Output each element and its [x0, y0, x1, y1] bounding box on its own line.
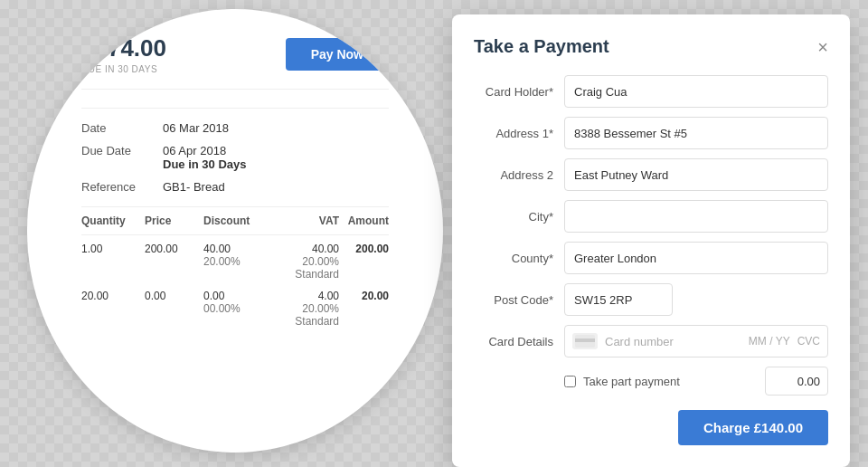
part-payment-amount-input[interactable]	[765, 367, 828, 396]
part-payment-row: Take part payment	[474, 367, 828, 396]
close-button[interactable]: ×	[817, 38, 828, 56]
address1-label: Address 1*	[474, 127, 564, 140]
postcode-input[interactable]	[564, 283, 673, 316]
card-holder-input[interactable]	[564, 75, 828, 108]
city-row: City*	[474, 200, 828, 233]
card-details-row: Card Details Card number MM / YY CVC	[474, 325, 828, 357]
card-holder-row: Card Holder*	[474, 75, 828, 108]
county-input[interactable]	[564, 242, 828, 274]
county-label: County*	[474, 252, 564, 265]
invoice-table-header: Quantity Price Discount VAT Amount	[81, 206, 389, 235]
invoice-header: £274.00 DUE IN 30 DAYS Pay Now	[81, 34, 389, 90]
postcode-label: Post Code*	[474, 293, 564, 307]
card-expiry-placeholder: MM / YY	[749, 335, 790, 348]
address2-label: Address 2	[474, 168, 564, 182]
city-input[interactable]	[564, 200, 828, 233]
part-payment-checkbox[interactable]	[564, 376, 576, 387]
card-details-label: Card Details	[474, 335, 564, 348]
col-header-qty: Quantity	[81, 214, 145, 227]
modal-title: Take a Payment	[474, 36, 609, 57]
address1-row: Address 1*	[474, 117, 828, 149]
svg-rect-1	[575, 338, 595, 342]
county-row: County*	[474, 242, 828, 274]
card-cvc-placeholder: CVC	[797, 335, 820, 348]
city-label: City*	[474, 210, 564, 224]
address2-row: Address 2	[474, 158, 828, 191]
col-header-amount: Amount	[339, 214, 389, 227]
modal-header: Take a Payment ×	[474, 36, 828, 57]
postcode-row: Post Code*	[474, 283, 828, 316]
col-header-vat: VAT	[276, 214, 339, 227]
date-label: Date	[81, 121, 163, 135]
card-holder-label: Card Holder*	[474, 85, 564, 99]
duedate-label: Due Date	[81, 144, 163, 171]
table-row: 20.00 0.00 0.00 00.00% 4.00 20.00% Stand…	[81, 290, 389, 328]
invoice-reference-row: Reference GB1- Bread	[81, 180, 389, 194]
part-payment-label[interactable]: Take part payment	[564, 375, 765, 388]
date-value: 06 Mar 2018	[163, 121, 229, 135]
payment-modal: Take a Payment × Card Holder* Address 1*…	[452, 14, 850, 467]
invoice-duedate-row: Due Date 06 Apr 2018 Due in 30 Days	[81, 144, 389, 171]
invoice-meta: Date 06 Mar 2018 Due Date 06 Apr 2018 Du…	[81, 121, 389, 194]
card-number-placeholder: Card number	[605, 335, 749, 348]
reference-label: Reference	[81, 180, 163, 194]
address2-input[interactable]	[564, 158, 828, 191]
reference-value: GB1- Bread	[163, 180, 225, 194]
invoice-preview: £274.00 DUE IN 30 DAYS Pay Now Date 06 M…	[27, 9, 443, 453]
part-payment-label-text: Take part payment	[583, 375, 680, 388]
col-header-price: Price	[145, 214, 203, 227]
table-row: 1.00 200.00 40.00 20.00% 40.00 20.00% St…	[81, 243, 389, 281]
card-brand-icon	[572, 333, 598, 349]
duedate-value: 06 Apr 2018 Due in 30 Days	[163, 144, 247, 171]
invoice-date-row: Date 06 Mar 2018	[81, 121, 389, 135]
modal-footer: Charge £140.00	[474, 410, 828, 445]
charge-button[interactable]: Charge £140.00	[678, 410, 828, 445]
address1-input[interactable]	[564, 117, 828, 149]
col-header-disc: Discount	[203, 214, 276, 227]
invoice-divider	[81, 108, 389, 109]
card-input-wrapper[interactable]: Card number MM / YY CVC	[564, 325, 828, 357]
